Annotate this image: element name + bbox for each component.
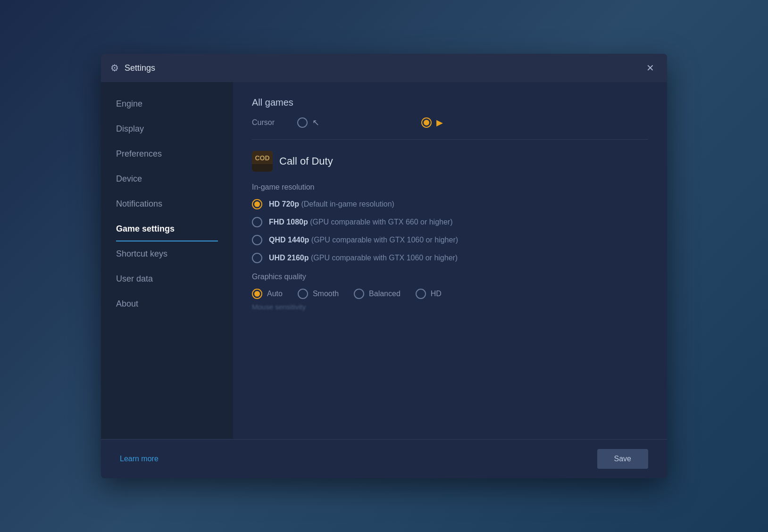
title-bar: ⚙ Settings ✕ (101, 54, 667, 82)
save-button[interactable]: Save (597, 449, 648, 469)
settings-icon: ⚙ (110, 62, 119, 74)
graphics-label-auto: Auto (267, 290, 283, 298)
graphics-radio-balanced[interactable] (354, 289, 364, 299)
graphics-option-smooth[interactable]: Smooth (298, 289, 339, 299)
sidebar-item-user-data[interactable]: User data (101, 266, 233, 291)
cursor-arrow-os-icon: ↖ (312, 117, 319, 128)
blurred-sensitivity-text: Mouse sensitivity (252, 303, 648, 311)
resolution-label-fhd1080: FHD 1080p (GPU comparable with GTX 660 o… (269, 218, 453, 226)
cursor-option-custom[interactable]: ▶ (421, 117, 443, 128)
graphics-label-smooth: Smooth (313, 290, 339, 298)
main-content: All games Cursor ↖ ▶ (233, 82, 667, 439)
svg-rect-1 (252, 164, 273, 172)
resolution-radio-fhd1080[interactable] (252, 217, 262, 227)
sidebar-item-device[interactable]: Device (101, 166, 233, 191)
resolution-radio-hd720[interactable] (252, 199, 262, 209)
game-icon: COD (252, 151, 273, 172)
sidebar-item-notifications[interactable]: Notifications (101, 191, 233, 216)
graphics-radio-auto[interactable] (252, 289, 262, 299)
sidebar-item-engine[interactable]: Engine (101, 91, 233, 116)
all-games-title: All games (252, 97, 648, 108)
graphics-radio-hd[interactable] (416, 289, 426, 299)
svg-text:COD: COD (255, 154, 269, 162)
graphics-radio-smooth[interactable] (298, 289, 308, 299)
resolution-option-uhd2160[interactable]: UHD 2160p (GPU comparable with GTX 1060 … (252, 253, 648, 263)
settings-dialog: ⚙ Settings ✕ Engine Display Preferences … (101, 54, 667, 478)
sidebar-item-game-settings[interactable]: Game settings (101, 216, 233, 241)
resolution-label-uhd2160: UHD 2160p (GPU comparable with GTX 1060 … (269, 254, 458, 262)
cursor-radio-custom[interactable] (421, 117, 432, 128)
sidebar: Engine Display Preferences Device Notifi… (101, 82, 233, 439)
resolution-label-qhd1440: QHD 1440p (GPU comparable with GTX 1060 … (269, 236, 458, 244)
resolution-option-fhd1080[interactable]: FHD 1080p (GPU comparable with GTX 660 o… (252, 217, 648, 227)
game-header: COD Call of Duty (252, 151, 648, 172)
resolution-label: In-game resolution (252, 183, 648, 191)
graphics-option-auto[interactable]: Auto (252, 289, 283, 299)
graphics-option-balanced[interactable]: Balanced (354, 289, 401, 299)
cursor-option-os[interactable]: ↖ (297, 117, 319, 128)
graphics-label-balanced: Balanced (369, 290, 401, 298)
resolution-option-hd720[interactable]: HD 720p (Default in-game resolution) (252, 199, 648, 209)
divider (252, 139, 648, 140)
graphics-quality-row: Auto Smooth Balanced HD (252, 289, 648, 299)
sidebar-item-about[interactable]: About (101, 291, 233, 316)
sidebar-item-shortcut-keys[interactable]: Shortcut keys (101, 241, 233, 266)
close-button[interactable]: ✕ (643, 60, 658, 75)
learn-more-link[interactable]: Learn more (120, 455, 159, 463)
game-title: Call of Duty (279, 155, 333, 167)
resolution-radio-qhd1440[interactable] (252, 235, 262, 245)
cursor-label: Cursor (252, 118, 290, 127)
cursor-row: Cursor ↖ ▶ (252, 117, 648, 128)
footer: Learn more Save (101, 439, 667, 478)
resolution-option-qhd1440[interactable]: QHD 1440p (GPU comparable with GTX 1060 … (252, 235, 648, 245)
dialog-title: Settings (125, 63, 643, 73)
graphics-label-hd: HD (431, 290, 442, 298)
resolution-label-hd720: HD 720p (Default in-game resolution) (269, 200, 394, 208)
cursor-radio-os[interactable] (297, 117, 308, 128)
graphics-option-hd[interactable]: HD (416, 289, 442, 299)
sidebar-item-preferences[interactable]: Preferences (101, 141, 233, 166)
cursor-arrow-custom-icon: ▶ (436, 117, 443, 128)
graphics-label: Graphics quality (252, 273, 648, 281)
dialog-body: Engine Display Preferences Device Notifi… (101, 82, 667, 439)
sidebar-item-display[interactable]: Display (101, 116, 233, 141)
resolution-radio-uhd2160[interactable] (252, 253, 262, 263)
